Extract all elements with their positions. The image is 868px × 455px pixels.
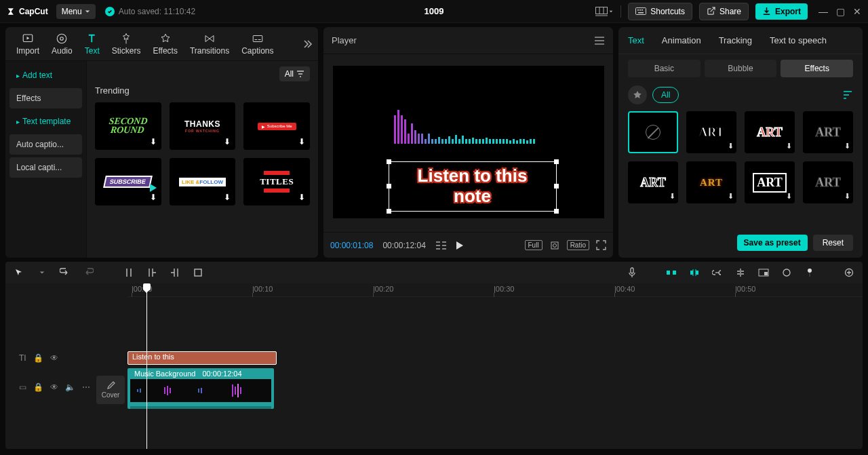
text-clip[interactable]: Listen to this — [127, 351, 277, 365]
layout-button[interactable] — [595, 3, 614, 20]
props-tab-tts[interactable]: Text to speech — [770, 35, 827, 45]
cover-button[interactable]: Cover — [96, 376, 125, 404]
effects-sort-button[interactable] — [842, 90, 853, 100]
full-button[interactable]: Full — [525, 240, 542, 250]
snap-button[interactable] — [688, 266, 701, 279]
template-subscribe-me[interactable]: ▶ Subscribe Me ⬇ — [243, 102, 310, 150]
subtab-effects[interactable]: Effects — [781, 60, 853, 77]
tab-captions[interactable]: Captions — [236, 31, 279, 57]
star-icon — [633, 90, 642, 100]
download-icon[interactable]: ⬇ — [222, 192, 233, 203]
more-tabs-button[interactable] — [302, 39, 313, 50]
tab-audio[interactable]: Audio — [46, 31, 78, 57]
sidebar-item-add-text[interactable]: Add text — [9, 65, 82, 85]
effect-art-gray2[interactable]: ART⬇ — [803, 161, 853, 203]
download-icon[interactable]: ⬇ — [844, 142, 850, 151]
undo-button[interactable] — [58, 266, 72, 279]
save-preset-button[interactable]: Save as preset — [737, 235, 808, 251]
effect-art-boxed[interactable]: ART⬇ — [745, 161, 795, 203]
subtab-bubble[interactable]: Bubble — [705, 60, 777, 77]
tab-effects-left[interactable]: Effects — [147, 31, 182, 57]
redo-button[interactable] — [81, 266, 95, 279]
player-menu-button[interactable] — [594, 37, 605, 45]
split-button[interactable] — [122, 266, 136, 279]
eye-icon[interactable]: 👁 — [50, 382, 58, 392]
crop-button[interactable] — [191, 266, 205, 279]
download-icon[interactable]: ⬇ — [296, 192, 307, 203]
share-button[interactable]: Share — [699, 3, 749, 20]
template-filter-button[interactable]: All — [279, 66, 310, 81]
tab-text[interactable]: Text — [79, 31, 105, 57]
download-icon[interactable]: ⬇ — [222, 136, 233, 147]
tab-stickers[interactable]: Stickers — [106, 31, 146, 57]
effect-art-white[interactable]: ART⬇ — [686, 111, 736, 153]
download-icon[interactable]: ⬇ — [844, 192, 850, 201]
favorites-button[interactable] — [628, 85, 647, 104]
left-panel-tabs: Import Audio Text Stickers Effects Trans… — [5, 27, 318, 61]
lock-icon[interactable]: 🔒 — [33, 382, 43, 392]
download-icon[interactable]: ⬇ — [148, 192, 159, 203]
subtab-basic[interactable]: Basic — [628, 60, 701, 77]
play-button[interactable] — [454, 241, 464, 250]
template-thanks[interactable]: THANKSFOR WATCHING ⬇ — [170, 102, 236, 150]
menu-button[interactable]: Menu — [56, 4, 96, 19]
timeline-ruler[interactable]: |00:00 |00:10 |00:20 |00:30 |00:40 |00:5… — [127, 283, 863, 297]
effect-art-red[interactable]: ART⬇ — [745, 111, 795, 153]
download-icon[interactable]: ⬇ — [148, 136, 159, 147]
fullscreen-button[interactable] — [596, 240, 606, 250]
effect-art-fire[interactable]: ART⬇ — [686, 161, 736, 203]
mute-icon[interactable]: 🔈 — [65, 382, 75, 392]
text-selection-frame[interactable]: Listen to thisnote — [389, 161, 557, 212]
shortcuts-button[interactable]: Shortcuts — [628, 3, 692, 20]
zoom-fit-button[interactable] — [842, 266, 856, 279]
template-like-follow[interactable]: LIKE &FOLLOW ⬇ — [170, 158, 236, 205]
link-button[interactable] — [711, 266, 724, 279]
maximize-button[interactable]: ▢ — [836, 6, 845, 17]
effect-none[interactable] — [628, 111, 678, 153]
tab-transitions[interactable]: Transitions — [184, 31, 235, 57]
sidebar-item-auto-captions[interactable]: Auto captio... — [9, 134, 82, 155]
download-icon[interactable]: ⬇ — [669, 192, 675, 201]
download-icon[interactable]: ⬇ — [728, 142, 734, 151]
magnet-button[interactable] — [665, 266, 678, 279]
download-icon[interactable]: ⬇ — [786, 192, 792, 201]
selection-tool[interactable] — [12, 266, 26, 279]
mic-button[interactable] — [625, 266, 639, 279]
selection-dropdown[interactable] — [35, 266, 49, 279]
eye-icon[interactable]: 👁 — [50, 353, 58, 363]
preview-size-button[interactable] — [757, 266, 770, 279]
compare-button[interactable] — [435, 241, 446, 250]
props-tab-tracking[interactable]: Tracking — [719, 35, 752, 45]
template-subscribe[interactable]: SUBSCRIBE ⬇ — [95, 158, 161, 205]
ratio-button[interactable]: Ratio — [567, 240, 589, 250]
sidebar-item-text-template[interactable]: Text template — [9, 111, 82, 132]
download-icon[interactable]: ⬇ — [728, 192, 734, 201]
lock-icon[interactable]: 🔒 — [33, 353, 43, 363]
playhead[interactable] — [146, 283, 147, 449]
split-right-button[interactable] — [168, 266, 182, 279]
focus-button[interactable] — [549, 240, 560, 251]
more-icon[interactable]: ⋯ — [82, 382, 90, 392]
sidebar-item-local-captions[interactable]: Local capti... — [9, 157, 82, 178]
split-left-button[interactable] — [145, 266, 159, 279]
tab-import[interactable]: Import — [11, 31, 45, 57]
effect-art-outline[interactable]: ART⬇ — [628, 161, 678, 203]
template-second-round[interactable]: SECONDROUND ⬇ — [95, 102, 161, 150]
download-icon[interactable]: ⬇ — [786, 142, 792, 151]
player-canvas[interactable]: Listen to thisnote — [333, 66, 604, 218]
effects-all-pill[interactable]: All — [652, 87, 679, 103]
reset-button[interactable]: Reset — [813, 235, 853, 251]
close-button[interactable]: ✕ — [853, 6, 861, 17]
sidebar-item-text-effects[interactable]: Effects — [9, 88, 82, 108]
effect-art-gray[interactable]: ART⬇ — [803, 111, 853, 153]
minimize-button[interactable]: — — [818, 6, 828, 17]
download-icon[interactable]: ⬇ — [296, 136, 307, 147]
template-titles[interactable]: TITLES ⬇ — [243, 158, 310, 205]
video-clip[interactable]: Music Background 00:00:12:04 — [127, 368, 274, 409]
export-button[interactable]: Export — [755, 3, 808, 20]
props-tab-animation[interactable]: Animation — [662, 35, 701, 45]
align-button[interactable] — [734, 266, 747, 279]
zoom-out-button[interactable] — [780, 266, 793, 279]
props-tab-text[interactable]: Text — [628, 35, 644, 45]
zoom-slider[interactable] — [803, 266, 816, 279]
